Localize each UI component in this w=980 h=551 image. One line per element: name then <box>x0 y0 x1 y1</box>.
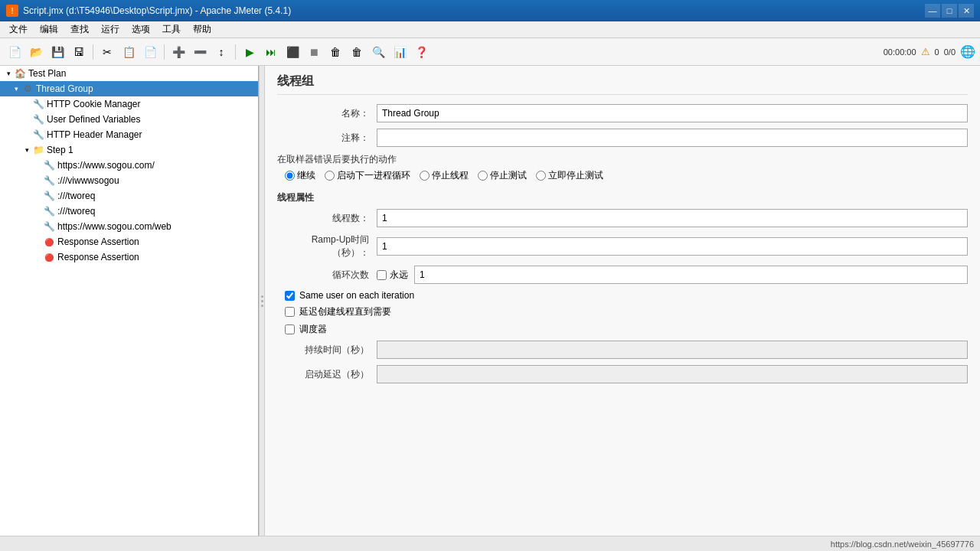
radio-stop-now-label: 立即停止测试 <box>548 169 603 182</box>
clear-all-button[interactable]: 🗑 <box>347 42 367 62</box>
toggle-thread-group[interactable]: ▾ <box>11 83 21 94</box>
scheduler-checkbox[interactable] <box>285 324 295 334</box>
radio-stop-test-input[interactable] <box>478 171 488 181</box>
tree-item-url4[interactable]: 🔧 :///tworeq <box>0 204 258 219</box>
threads-row: 线程数： <box>277 209 968 227</box>
menu-item-文件[interactable]: 文件 <box>3 21 34 37</box>
url5-icon: 🔧 <box>43 220 55 233</box>
tree-label-response2: Response Assertion <box>57 252 139 262</box>
radio-continue[interactable]: 继续 <box>285 169 315 182</box>
tree-item-url1[interactable]: 🔧 https://www.sogou.com/ <box>0 158 258 173</box>
save-all-button[interactable]: 🖫 <box>69 42 89 62</box>
threads-input[interactable] <box>377 209 968 227</box>
add-button[interactable]: ➕ <box>168 42 188 62</box>
tree-item-test-plan[interactable]: ▾ 🏠 Test Plan <box>0 66 258 81</box>
radio-start-next-label: 启动下一进程循环 <box>337 169 410 182</box>
toggle-step1[interactable]: ▾ <box>21 145 32 155</box>
tree-item-url3[interactable]: 🔧 :///tworeq <box>0 188 258 204</box>
radio-stop-test[interactable]: 停止测试 <box>478 169 527 182</box>
name-input[interactable] <box>377 104 968 122</box>
close-button[interactable]: ✕ <box>959 4 974 18</box>
radio-continue-input[interactable] <box>285 171 295 181</box>
template-button[interactable]: 📊 <box>390 42 410 62</box>
tree-label-step1: Step 1 <box>47 145 74 155</box>
radio-stop-test-label: 停止测试 <box>490 169 527 182</box>
copy-button[interactable]: 📋 <box>119 42 139 62</box>
status-bar: https://blog.csdn.net/weixin_45697776 <box>0 536 980 551</box>
threads-label: 线程数： <box>277 212 377 225</box>
forever-check[interactable]: 永远 <box>377 269 408 282</box>
tree-item-step1[interactable]: ▾ 📁 Step 1 <box>0 142 258 158</box>
radio-stop-thread-input[interactable] <box>420 171 430 181</box>
panel-divider[interactable] <box>259 66 265 536</box>
comment-input[interactable] <box>377 129 968 147</box>
tree-label-url2: :///viwwwsogou <box>57 175 119 186</box>
tree-item-thread-group[interactable]: ▾ ⚙ Thread Group <box>0 81 258 96</box>
thread-props-title: 线程属性 <box>277 191 968 204</box>
maximize-button[interactable]: □ <box>942 4 957 18</box>
content-panel: 线程组 名称： 注释： 在取样器错误后要执行的动作 继续 启动下一进程循环 <box>265 66 980 536</box>
menu-item-编辑[interactable]: 编辑 <box>34 21 64 37</box>
menu-item-运行[interactable]: 运行 <box>95 21 126 37</box>
same-user-row: Same user on each iteration <box>277 290 968 301</box>
clear-button[interactable]: 🗑 <box>325 42 345 62</box>
same-user-label[interactable]: Same user on each iteration <box>299 290 414 301</box>
help-button[interactable]: ❓ <box>411 42 431 62</box>
startup-delay-label: 启动延迟（秒） <box>277 368 377 381</box>
divider-dot <box>261 295 263 298</box>
startup-delay-input[interactable] <box>377 365 968 383</box>
tree-item-http-cookie[interactable]: 🔧 HTTP Cookie Manager <box>0 96 258 112</box>
run-button[interactable]: ▶ <box>240 42 260 62</box>
toolbar: 📄 📂 💾 🖫 ✂ 📋 📄 ➕ ➖ ↕ ▶ ⏭ ⬛ ⏹ 🗑 🗑 🔍 📊 ❓ 00… <box>0 38 980 66</box>
loop-input[interactable] <box>414 266 968 284</box>
tree-label-response1: Response Assertion <box>57 236 139 247</box>
run-no-pause-button[interactable]: ⏭ <box>261 42 281 62</box>
rampup-row: Ramp-Up时间（秒）： <box>277 233 968 259</box>
tree-item-response1[interactable]: 🔴 Response Assertion <box>0 234 258 249</box>
cut-button[interactable]: ✂ <box>97 42 117 62</box>
title-bar-left: ! Script.jmx (d:\T54946\Desktop\Script.j… <box>6 5 291 17</box>
loop-row: 循环次数 永远 <box>277 266 968 284</box>
tree-label-url5: https://www.sogou.com/web <box>57 221 172 232</box>
tree-label-url4: :///tworeq <box>57 206 95 217</box>
toggle-test-plan[interactable]: ▾ <box>3 68 14 79</box>
scheduler-row: 调度器 <box>277 323 968 336</box>
window-controls: — □ ✕ <box>925 4 974 18</box>
tree-item-user-defined[interactable]: 🔧 User Defined Variables <box>0 112 258 127</box>
radio-start-next-input[interactable] <box>325 171 335 181</box>
warning-icon: ⚠ <box>921 46 930 57</box>
menu-item-选项[interactable]: 选项 <box>126 21 156 37</box>
menu-item-帮助[interactable]: 帮助 <box>187 21 217 37</box>
radio-start-next[interactable]: 启动下一进程循环 <box>325 169 410 182</box>
delay-thread-label[interactable]: 延迟创建线程直到需要 <box>299 305 391 318</box>
toggle-response2 <box>32 252 43 262</box>
menu-item-工具[interactable]: 工具 <box>156 21 187 37</box>
remove-button[interactable]: ➖ <box>190 42 210 62</box>
browse-button[interactable]: 🔍 <box>368 42 388 62</box>
duration-input[interactable] <box>377 341 968 359</box>
radio-stop-now-input[interactable] <box>536 171 546 181</box>
shutdown-button[interactable]: ⏹ <box>304 42 324 62</box>
new-button[interactable]: 📄 <box>5 42 24 62</box>
tree-item-url2[interactable]: 🔧 :///viwwwsogou <box>0 173 258 188</box>
radio-stop-thread[interactable]: 停止线程 <box>420 169 469 182</box>
stop-button[interactable]: ⬛ <box>283 42 302 62</box>
toggle-url4 <box>32 206 43 217</box>
radio-stop-now[interactable]: 立即停止测试 <box>536 169 603 182</box>
rampup-input[interactable] <box>377 237 968 256</box>
tree-item-url5[interactable]: 🔧 https://www.sogou.com/web <box>0 219 258 234</box>
delay-thread-checkbox[interactable] <box>285 307 295 317</box>
move-button[interactable]: ↕ <box>211 42 231 62</box>
save-button[interactable]: 💾 <box>47 42 67 62</box>
tree-label-thread-group: Thread Group <box>36 83 93 94</box>
tree-label-http-cookie: HTTP Cookie Manager <box>47 99 141 109</box>
scheduler-label[interactable]: 调度器 <box>299 323 327 336</box>
forever-checkbox[interactable] <box>377 270 387 280</box>
same-user-checkbox[interactable] <box>285 291 295 301</box>
paste-button[interactable]: 📄 <box>140 42 160 62</box>
tree-item-http-header[interactable]: 🔧 HTTP Header Manager <box>0 127 258 142</box>
open-button[interactable]: 📂 <box>26 42 46 62</box>
minimize-button[interactable]: — <box>925 4 940 18</box>
tree-item-response2[interactable]: 🔴 Response Assertion <box>0 249 258 265</box>
menu-item-查找[interactable]: 查找 <box>64 21 95 37</box>
